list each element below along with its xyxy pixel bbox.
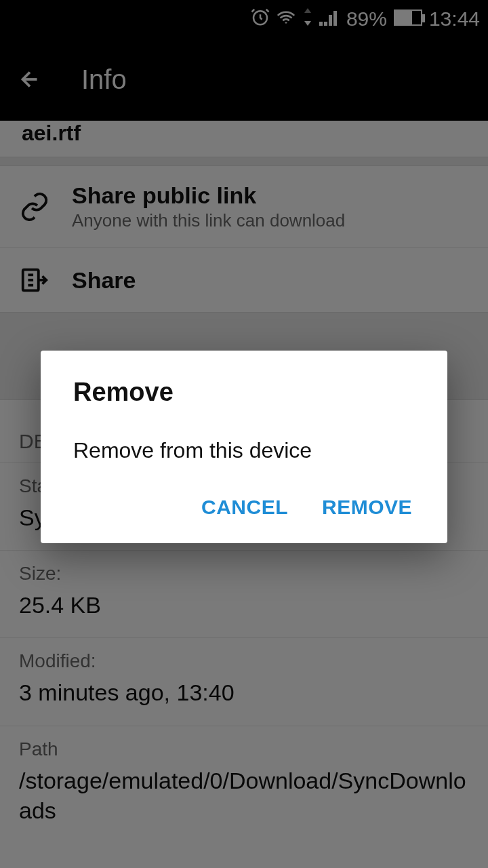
remove-dialog: Remove Remove from this device CANCEL RE…: [41, 351, 447, 543]
cancel-button[interactable]: CANCEL: [201, 496, 288, 519]
remove-button[interactable]: REMOVE: [322, 496, 412, 519]
dialog-title: Remove: [73, 378, 415, 407]
dialog-message: Remove from this device: [73, 438, 415, 463]
